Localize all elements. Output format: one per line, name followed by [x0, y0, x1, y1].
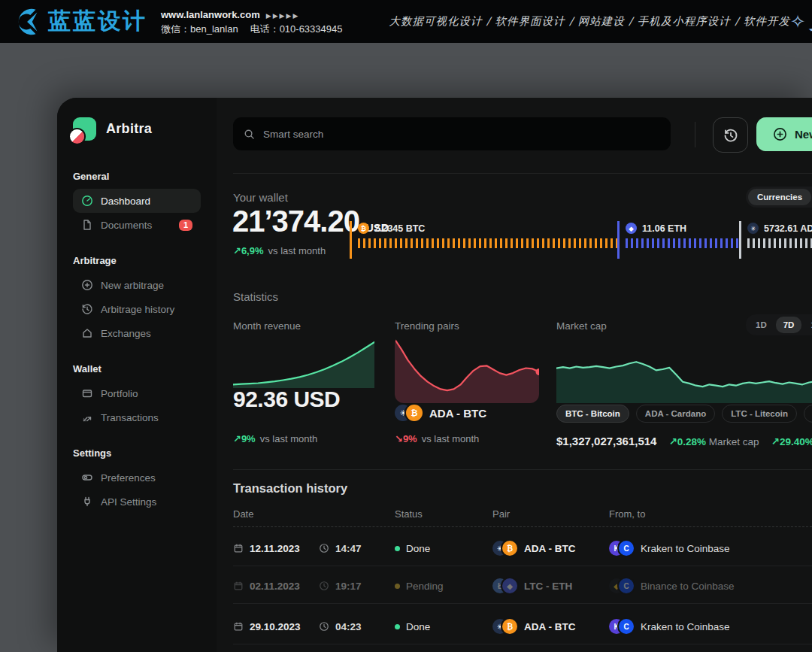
eth-ticks — [626, 238, 739, 248]
sparkle-icon: ✧ — [790, 13, 805, 31]
balance-value: 21’374.20 — [232, 206, 359, 236]
search-input[interactable] — [262, 128, 660, 141]
inspiration-collect[interactable]: ✧ 灵感收集 — [790, 8, 812, 35]
status-dot-pending — [395, 584, 400, 589]
clock-icon — [319, 543, 329, 553]
phone-label: 电话：010-63334945 — [250, 23, 343, 35]
sidebar-item-api-settings[interactable]: API Settings — [73, 490, 201, 514]
site-banner: 蓝蓝设计 www.lanlanwork.com▶▶▶▶▶ 微信：ben_lanl… — [0, 0, 812, 43]
nav-section-settings: Settings — [73, 447, 201, 459]
market-cap-pct-label: Market cap — [709, 436, 759, 447]
table-row[interactable]: 29.10.2023 04:23 Done ✳₿ADA - BTC KCKrak… — [233, 609, 812, 644]
row-divider — [233, 603, 812, 604]
eth-icon: ◆ — [502, 578, 517, 593]
tx-pair: ADA - BTC — [524, 543, 576, 554]
market-cap-label: Market cap — [556, 320, 607, 332]
tx-pair: LTC - ETH — [524, 581, 572, 592]
plus-circle-icon — [773, 127, 787, 141]
wallet-section-title: Your wallet — [233, 191, 288, 204]
app-name: Arbitra — [106, 121, 152, 137]
market-cap-pct: ↗0.28% — [668, 436, 706, 447]
sidebar-item-preferences[interactable]: Preferences — [73, 465, 201, 490]
tab-btc-bitcoin[interactable]: BTC - Bitcoin — [556, 405, 629, 423]
eth-amount: 11.06 ETH — [642, 223, 686, 234]
sidebar-item-exchanges[interactable]: Exchanges — [73, 321, 201, 345]
month-revenue-label: Month revenue — [233, 320, 301, 332]
period-1d[interactable]: 1D — [748, 317, 774, 333]
nav-section-wallet: Wallet — [73, 363, 201, 375]
period-1m[interactable]: 1M — [803, 317, 812, 333]
topbar-divider — [695, 122, 695, 147]
sidebar-item-transactions[interactable]: Transactions — [73, 405, 201, 429]
btc-amount: 2.2345 BTC — [374, 223, 425, 234]
tab-ada-cardano[interactable]: ADA - Cardano — [636, 405, 715, 423]
tab-eth-ethereum[interactable]: ETH - Ethereum — [804, 405, 812, 423]
volume-pct: ↗29.40% — [771, 436, 812, 447]
tx-route: Kraken to Coinbase — [641, 621, 730, 632]
sidebar-item-dashboard[interactable]: Dashboard — [73, 189, 201, 213]
app-logo[interactable]: Arbitra — [73, 117, 201, 141]
clock-rewind-icon — [723, 128, 738, 143]
arrows-decor: ▶▶▶▶▶ — [266, 12, 300, 20]
change-value: ↗6,9% — [233, 245, 264, 256]
tx-time: 19:17 — [335, 581, 362, 592]
sidebar-item-arbitrage-history[interactable]: Arbitrage history — [73, 297, 201, 321]
sidebar-item-new-arbitrage[interactable]: New arbitrage — [73, 273, 201, 297]
month-revenue-change: ↗9%vs last month — [233, 433, 317, 444]
btc-icon: ₿ — [502, 619, 517, 634]
status-dot-done — [395, 546, 400, 551]
toggle-icon — [81, 472, 93, 484]
calendar-icon — [233, 543, 244, 553]
home-icon — [81, 327, 93, 339]
document-icon — [81, 219, 93, 231]
btc-segment[interactable]: ₿2.2345 BTC — [350, 221, 617, 259]
search-icon — [244, 129, 255, 140]
sidebar-item-label: Dashboard — [101, 196, 150, 207]
tx-time: 14:47 — [335, 543, 362, 554]
change-value: ↘9% — [395, 433, 417, 444]
period-selector: 1D 7D 1M — [746, 314, 812, 335]
trending-pairs-change: ↘9%vs last month — [395, 433, 479, 444]
tx-status: Done — [406, 543, 430, 554]
sidebar-item-label: Exchanges — [101, 328, 151, 339]
sidebar-item-portfolio[interactable]: Portfolio — [73, 381, 201, 405]
sidebar-item-label: Transactions — [101, 412, 159, 423]
plus-circle-icon — [81, 279, 93, 291]
sidebar-item-label: Documents — [101, 220, 152, 231]
btc-icon: ₿ — [502, 541, 517, 556]
table-row[interactable]: 02.11.2023 19:17 Pending Ł◆LTC - ETH ◆CB… — [233, 569, 812, 603]
section-divider — [233, 469, 812, 470]
wallet-icon — [81, 387, 93, 399]
new-arbitrage-button[interactable]: New arbitrage — [756, 117, 812, 151]
btc-icon: ₿ — [358, 223, 369, 234]
eth-segment[interactable]: ◆11.06 ETH — [617, 221, 739, 259]
statistics-section-title: Statistics — [233, 290, 278, 303]
market-cap-value: $1,327,027,361,514 — [556, 435, 656, 447]
col-pair: Pair — [492, 508, 609, 520]
change-suffix: vs last month — [260, 433, 318, 444]
transactions-title: Transaction history — [233, 481, 347, 496]
lanlan-logo-icon[interactable] — [11, 6, 45, 38]
calendar-icon — [233, 581, 244, 591]
toggle-currencies[interactable]: Currencies — [748, 189, 811, 205]
dashboard-icon — [81, 195, 93, 207]
table-header: Date Status Pair From, to — [233, 508, 812, 520]
eth-icon: ◆ — [626, 223, 637, 234]
tab-ltc-litecoin[interactable]: LTC - Litecoin — [722, 405, 797, 423]
header-dashed-divider — [233, 526, 812, 527]
tx-date: 02.11.2023 — [250, 581, 300, 592]
website-link[interactable]: www.lanlanwork.com — [161, 9, 260, 20]
brand-name[interactable]: 蓝蓝设计 — [48, 6, 147, 37]
history-icon — [81, 303, 93, 315]
ada-segment[interactable]: ✳5732.61 ADA — [739, 221, 812, 259]
history-button[interactable] — [713, 117, 748, 153]
table-row[interactable]: 12.11.2023 14:47 Done ✳₿ADA - BTC KCKrak… — [233, 531, 812, 566]
tx-pair: ADA - BTC — [524, 621, 576, 632]
arbitra-logo-icon — [73, 117, 96, 141]
sidebar-item-documents[interactable]: Documents 1 — [73, 213, 201, 237]
period-7d[interactable]: 7D — [776, 317, 802, 333]
market-cap-stats: $1,327,027,361,514 ↗0.28% Market cap ↗29… — [556, 435, 812, 447]
month-revenue-value: 92.36 USD — [233, 387, 340, 412]
sidebar-item-label: Arbitrage history — [101, 304, 174, 315]
documents-badge: 1 — [179, 220, 192, 231]
